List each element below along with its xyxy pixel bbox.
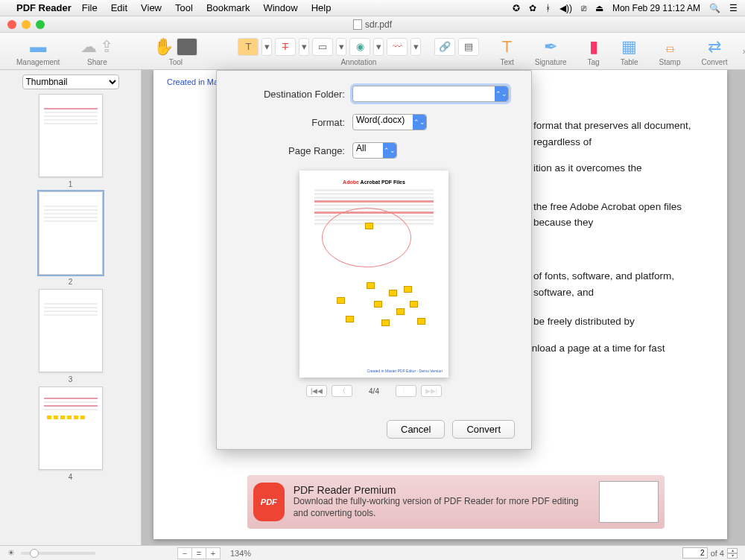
sticky-note-icon bbox=[389, 290, 397, 296]
note-button[interactable]: ▤ bbox=[458, 38, 479, 56]
brightness-icon[interactable]: ☀ bbox=[7, 548, 15, 558]
page-total: of 4 bbox=[711, 549, 724, 558]
thumbnail-page[interactable] bbox=[39, 289, 103, 372]
sticky-note-icon bbox=[346, 316, 354, 322]
last-page-button[interactable]: ▶▶| bbox=[421, 385, 442, 397]
page-text: be freely distributed by bbox=[533, 314, 696, 330]
link-button[interactable]: 🔗 bbox=[434, 38, 455, 56]
system-menubar: PDF Reader File Edit View Tool Bookmark … bbox=[0, 0, 745, 16]
toolbar-label: Text bbox=[500, 58, 513, 66]
share-up-icon[interactable]: ⇪ bbox=[100, 37, 113, 57]
strikethrough-button[interactable]: T̶ bbox=[275, 38, 296, 56]
format-select[interactable]: Word(.docx)⌃⌄ bbox=[352, 114, 427, 130]
volume-icon[interactable]: ◀)) bbox=[559, 3, 572, 13]
eject-icon[interactable]: ⏏ bbox=[595, 3, 603, 13]
menu-edit[interactable]: Edit bbox=[111, 2, 127, 13]
window-titlebar: sdr.pdf bbox=[0, 16, 745, 33]
text-tool-icon[interactable]: T bbox=[502, 37, 512, 57]
management-icon[interactable]: ▬ bbox=[30, 37, 46, 57]
next-page-button[interactable]: 〉 bbox=[396, 385, 416, 397]
thumbnail-page[interactable] bbox=[39, 191, 103, 275]
shape-button[interactable]: ▭ bbox=[312, 38, 333, 56]
menubar-icon[interactable]: ✪ bbox=[513, 3, 520, 13]
zoom-level: 134% bbox=[230, 549, 251, 558]
table-icon[interactable]: ▦ bbox=[621, 37, 637, 57]
menu-bookmark[interactable]: Bookmark bbox=[206, 2, 250, 13]
page-text: format that preserves all document, rega… bbox=[533, 118, 696, 150]
page-preview: Adobe Adobe Acrobat PDF FilesAcrobat PDF… bbox=[299, 171, 448, 378]
dropdown-icon[interactable]: ▾ bbox=[336, 38, 346, 56]
page-indicator: 4/4 bbox=[369, 387, 379, 395]
thumbnail-number: 4 bbox=[69, 473, 73, 481]
tag-icon[interactable]: ▮ bbox=[589, 37, 598, 57]
dropdown-icon[interactable]: ▾ bbox=[299, 38, 309, 56]
first-page-button[interactable]: |◀◀ bbox=[306, 385, 327, 397]
sidebar-mode-select[interactable]: Thumbnail bbox=[22, 74, 119, 89]
format-label: Format: bbox=[233, 117, 345, 128]
thumbnail-page[interactable] bbox=[39, 386, 103, 470]
display-icon[interactable]: ⎚ bbox=[581, 3, 586, 13]
zoom-out-button[interactable]: − bbox=[177, 547, 192, 559]
thumbnail-page[interactable] bbox=[39, 94, 103, 177]
highlight-text-button[interactable]: T bbox=[238, 38, 259, 56]
prev-page-button[interactable]: 〈 bbox=[332, 385, 352, 397]
app-name[interactable]: PDF Reader bbox=[16, 2, 72, 13]
clock[interactable]: Mon Feb 29 11:12 AM bbox=[612, 3, 700, 13]
zoom-in-button[interactable]: + bbox=[206, 547, 221, 559]
bluetooth-icon[interactable]: ᚼ bbox=[545, 3, 551, 13]
menu-tool[interactable]: Tool bbox=[175, 2, 193, 13]
minimize-window-button[interactable] bbox=[22, 20, 31, 29]
ad-screenshot bbox=[599, 481, 659, 523]
cancel-button[interactable]: Cancel bbox=[387, 420, 445, 439]
page-stepper[interactable]: ▴▾ bbox=[727, 548, 738, 559]
ad-subtitle: Download the fully-working version of PD… bbox=[294, 496, 590, 519]
sticky-note-icon bbox=[367, 282, 375, 289]
toolbar-overflow-icon[interactable]: » bbox=[742, 45, 745, 57]
convert-icon[interactable]: ⇄ bbox=[708, 37, 721, 57]
dropdown-icon[interactable]: ▾ bbox=[410, 38, 421, 56]
convert-button[interactable]: Convert bbox=[452, 420, 515, 439]
toolbar-label: Table bbox=[621, 58, 638, 66]
hand-icon[interactable]: ✋ bbox=[153, 37, 174, 57]
select-tool[interactable] bbox=[177, 38, 197, 56]
notification-icon[interactable]: ☰ bbox=[729, 3, 738, 13]
circle-button[interactable]: ◉ bbox=[349, 38, 370, 56]
menu-help[interactable]: Help bbox=[311, 2, 332, 13]
dropdown-icon[interactable]: ▾ bbox=[261, 38, 272, 56]
page-text: ition as it overcomes the bbox=[533, 160, 696, 176]
sticky-note-icon bbox=[365, 223, 373, 229]
convert-dialog: Destination Folder: ⌃⌄ Format: Word(.doc… bbox=[216, 70, 532, 450]
dropdown-icon[interactable]: ▾ bbox=[373, 38, 384, 56]
signature-icon[interactable]: ✒ bbox=[544, 37, 557, 57]
stamp-icon[interactable]: ⏛ bbox=[665, 37, 675, 57]
toolbar-label: Convert bbox=[701, 58, 727, 66]
menu-view[interactable]: View bbox=[141, 2, 162, 13]
menu-file[interactable]: File bbox=[82, 2, 98, 13]
page-range-select[interactable]: All⌃⌄ bbox=[352, 142, 397, 159]
close-window-button[interactable] bbox=[7, 20, 16, 29]
zoom-slider[interactable] bbox=[21, 552, 95, 555]
window-title: sdr.pdf bbox=[365, 19, 392, 30]
toolbar-label: Stamp bbox=[659, 58, 681, 66]
toolbar-label: Annotation bbox=[340, 58, 376, 66]
page-number-input[interactable] bbox=[682, 547, 708, 559]
zoom-fit-button[interactable]: = bbox=[191, 547, 206, 559]
freehand-button[interactable]: 〰 bbox=[387, 38, 408, 56]
page-range-label: Page Range: bbox=[233, 145, 345, 156]
premium-ad-banner[interactable]: PDF PDF Reader Premium Download the full… bbox=[247, 475, 665, 529]
dropdown-arrow-icon: ⌃⌄ bbox=[413, 115, 426, 130]
thumbnail-number: 1 bbox=[69, 180, 73, 188]
toolbar-label: Share bbox=[87, 58, 107, 66]
maximize-window-button[interactable] bbox=[36, 20, 45, 29]
dest-folder-select[interactable]: ⌃⌄ bbox=[352, 86, 509, 102]
gear-icon[interactable]: ✿ bbox=[529, 3, 536, 13]
spotlight-icon[interactable]: 🔍 bbox=[709, 3, 720, 13]
toolbar-label: Signature bbox=[535, 58, 567, 66]
sticky-note-icon bbox=[404, 286, 412, 293]
cloud-icon[interactable]: ☁ bbox=[80, 37, 97, 57]
annotation-circle bbox=[322, 208, 411, 267]
page-text: of fonts, software, and platform, softwa… bbox=[533, 268, 696, 300]
sticky-note-icon bbox=[381, 319, 390, 326]
menu-window[interactable]: Window bbox=[263, 2, 297, 13]
app-toolbar: ▬ Management ☁ ⇪ Share ✋ Tool T ▾ T̶ ▾ ▭… bbox=[0, 33, 745, 70]
